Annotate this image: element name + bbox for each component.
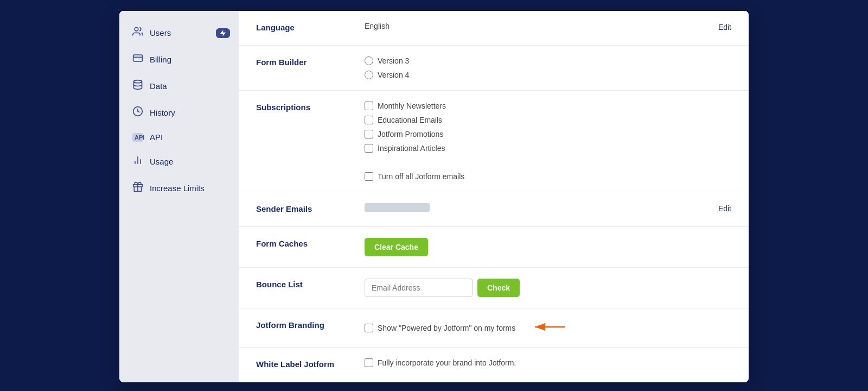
form-builder-v3-radio[interactable] — [365, 56, 373, 65]
api-icon: API — [132, 133, 143, 142]
language-value: English — [365, 22, 718, 30]
jotform-branding-row: Jotform Branding Show "Powered by Jotfor… — [239, 308, 749, 348]
sidebar-item-history[interactable]: History — [119, 99, 239, 126]
form-builder-row: Form Builder Version 3 Version 4 — [239, 46, 749, 91]
data-icon — [132, 79, 143, 93]
language-row: Language English Edit — [239, 11, 749, 46]
sidebar-data-label: Data — [150, 81, 167, 91]
form-builder-v4-label: Version 4 — [378, 71, 409, 79]
form-caches-value: Clear Cache — [365, 238, 731, 256]
jotform-branding-label: Jotform Branding — [256, 319, 365, 330]
sidebar-api-label: API — [150, 133, 163, 142]
white-label-value: Fully incorporate your brand into Jotfor… — [365, 358, 731, 367]
subscription-turnoff[interactable]: Turn off all Jotform emails — [365, 172, 731, 181]
usage-icon — [132, 155, 143, 168]
sidebar-item-usage[interactable]: Usage — [119, 148, 239, 175]
subscription-monthly-checkbox[interactable] — [365, 102, 373, 110]
sidebar-item-api[interactable]: API API — [119, 126, 239, 148]
jotform-branding-option-label: Show "Powered by Jotform" on my forms — [378, 324, 515, 332]
billing-icon — [132, 53, 143, 66]
white-label-row: White Label Jotform Fully incorporate yo… — [239, 348, 749, 382]
subscription-educational[interactable]: Educational Emails — [365, 116, 731, 124]
subscription-promotions[interactable]: Jotform Promotions — [365, 130, 731, 138]
sidebar-users-label: Users — [150, 28, 171, 37]
bounce-list-value: Check — [365, 279, 731, 297]
subscriptions-row: Subscriptions Monthly Newsletters Educat… — [239, 91, 749, 192]
sidebar: Users Billing Data — [119, 11, 239, 382]
sender-emails-value — [365, 203, 718, 213]
white-label-label: White Label Jotform — [256, 358, 365, 369]
subscription-monthly[interactable]: Monthly Newsletters — [365, 102, 731, 110]
form-builder-v3[interactable]: Version 3 — [365, 56, 731, 65]
sender-emails-label: Sender Emails — [256, 203, 365, 213]
subscriptions-checkbox-group: Monthly Newsletters Educational Emails J… — [365, 102, 731, 181]
bounce-list-row: Bounce List Check — [239, 268, 749, 308]
form-caches-label: Form Caches — [256, 238, 365, 248]
clear-cache-button[interactable]: Clear Cache — [365, 238, 428, 256]
increase-limits-icon — [132, 181, 143, 195]
subscription-promotions-checkbox[interactable] — [365, 130, 373, 138]
form-builder-v4[interactable]: Version 4 — [365, 71, 731, 79]
sidebar-item-billing[interactable]: Billing — [119, 46, 239, 73]
users-badge — [216, 28, 230, 38]
form-builder-v4-radio[interactable] — [365, 71, 373, 79]
sidebar-item-users[interactable]: Users — [119, 20, 239, 46]
email-address-input[interactable] — [365, 279, 473, 297]
white-label-option-label: Fully incorporate your brand into Jotfor… — [378, 358, 516, 367]
orange-arrow-indicator — [526, 319, 570, 336]
users-icon — [132, 26, 143, 40]
svg-point-0 — [135, 28, 138, 31]
form-builder-radio-group: Version 3 Version 4 — [365, 56, 731, 79]
svg-rect-1 — [133, 55, 143, 61]
white-label-checkbox-item[interactable]: Fully incorporate your brand into Jotfor… — [365, 358, 731, 367]
main-content: Language English Edit Form Builder Versi… — [239, 11, 749, 382]
sidebar-history-label: History — [150, 108, 175, 117]
history-icon — [132, 106, 143, 119]
subscriptions-options: Monthly Newsletters Educational Emails J… — [365, 102, 731, 181]
jotform-branding-checkbox-item[interactable]: Show "Powered by Jotform" on my forms — [365, 319, 731, 336]
bounce-input-group: Check — [365, 279, 731, 297]
sender-email-blurred — [365, 203, 430, 212]
subscription-educational-checkbox[interactable] — [365, 116, 373, 124]
sender-emails-edit-button[interactable]: Edit — [718, 203, 731, 213]
subscription-inspirational-checkbox[interactable] — [365, 144, 373, 153]
sidebar-usage-label: Usage — [150, 157, 173, 166]
jotform-branding-checkbox[interactable] — [365, 324, 373, 332]
subscription-monthly-label: Monthly Newsletters — [378, 102, 446, 110]
svg-point-3 — [134, 80, 142, 83]
subscriptions-label: Subscriptions — [256, 102, 365, 112]
language-edit-button[interactable]: Edit — [718, 22, 731, 31]
form-builder-v3-label: Version 3 — [378, 56, 409, 65]
white-label-checkbox[interactable] — [365, 358, 373, 367]
sidebar-increase-limits-label: Increase Limits — [150, 184, 205, 193]
subscription-promotions-label: Jotform Promotions — [378, 130, 443, 138]
sender-emails-row: Sender Emails Edit — [239, 192, 749, 227]
sidebar-billing-label: Billing — [150, 55, 171, 64]
sidebar-item-data[interactable]: Data — [119, 73, 239, 99]
form-builder-label: Form Builder — [256, 56, 365, 67]
form-caches-row: Form Caches Clear Cache — [239, 227, 749, 268]
language-label: Language — [256, 22, 365, 32]
jotform-branding-value: Show "Powered by Jotform" on my forms — [365, 319, 731, 336]
subscription-educational-label: Educational Emails — [378, 116, 442, 124]
subscription-inspirational[interactable]: Inspirational Articles — [365, 144, 731, 153]
app-container: Users Billing Data — [119, 11, 749, 382]
bounce-list-label: Bounce List — [256, 279, 365, 289]
subscription-turnoff-checkbox[interactable] — [365, 172, 373, 181]
subscription-turnoff-label: Turn off all Jotform emails — [378, 172, 464, 181]
sidebar-item-increase-limits[interactable]: Increase Limits — [119, 175, 239, 201]
check-button[interactable]: Check — [477, 279, 520, 297]
form-builder-options: Version 3 Version 4 — [365, 56, 731, 79]
subscription-inspirational-label: Inspirational Articles — [378, 144, 445, 153]
